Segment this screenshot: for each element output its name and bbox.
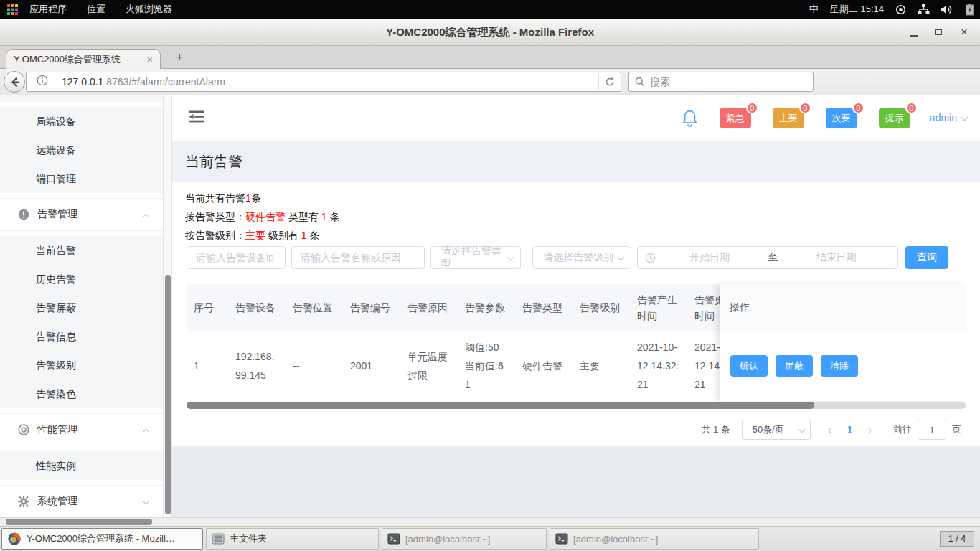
volume-icon[interactable] — [941, 4, 953, 15]
minimize-button[interactable] — [904, 19, 924, 45]
query-button[interactable]: 查询 — [905, 246, 948, 269]
chevron-down-icon — [618, 252, 623, 263]
date-separator: 至 — [764, 251, 783, 264]
window-titlebar[interactable]: Y-OMC2000综合管理系统 - Mozilla Firefox × — [0, 19, 980, 46]
chevron-down-icon — [799, 425, 804, 435]
taskbar-window-firefox[interactable]: Y-OMC2000综合管理系统 - Mozill… — [1, 528, 203, 550]
battery-icon[interactable] — [965, 4, 974, 16]
applications-grid-icon[interactable] — [7, 4, 18, 15]
app-sidebar: 网元管理 局端设备 远端设备 端口管理 告警管理 当前告警 历史告警 告警屏蔽 … — [0, 95, 163, 526]
summary-line-total: 当前共有告警1条 — [185, 189, 339, 207]
close-button[interactable]: × — [954, 19, 974, 45]
date-start-input[interactable]: 开始日期 — [656, 251, 764, 264]
sidebar-item-history-alarms[interactable]: 历史告警 — [0, 265, 163, 293]
maximize-button[interactable] — [928, 19, 948, 45]
pagination: 共 1 条 50条/页 ‹ 1 › 前往 页 — [701, 418, 961, 441]
next-page-button[interactable]: › — [868, 424, 872, 435]
menu-places[interactable]: 位置 — [77, 0, 116, 19]
confirm-button[interactable]: 确认 — [730, 355, 768, 377]
reload-icon[interactable] — [598, 73, 620, 90]
sidebar-group-system-management[interactable]: 系统管理 — [0, 485, 163, 518]
taskbar-window-files[interactable]: 主文件夹 — [206, 528, 379, 550]
browser-search-bar[interactable] — [628, 72, 814, 92]
notification-bell-icon[interactable] — [682, 108, 698, 128]
page-size-select[interactable]: 50条/页 — [742, 420, 811, 440]
clear-button[interactable]: 清除 — [821, 355, 858, 377]
sidebar-scrollbar-thumb[interactable] — [165, 275, 171, 514]
browser-search-input[interactable] — [650, 76, 807, 88]
filter-date-range[interactable]: 开始日期 至 结束日期 — [637, 246, 898, 269]
sidebar-scrollbar[interactable] — [163, 95, 172, 526]
badge-info-count: 0 — [905, 102, 918, 114]
page-content: 当前共有告警1条 按告警类型：硬件告警 类型有 1 条 按告警级别：主要 级别有… — [172, 182, 980, 526]
input-method-indicator[interactable]: 中 — [809, 3, 819, 16]
clock[interactable]: 星期二 15:14 — [830, 3, 884, 16]
goto-page-input[interactable] — [918, 420, 946, 440]
filter-alarm-level-select[interactable]: 请选择告警级别 — [532, 246, 631, 269]
badge-minor[interactable]: 次要0 — [826, 108, 857, 128]
table-fixed-actions-column: 操作 确认 屏蔽 清除 — [720, 284, 966, 401]
filter-name-input[interactable] — [291, 246, 425, 269]
current-page[interactable]: 1 — [847, 424, 853, 435]
filter-device-ip-input[interactable] — [187, 246, 286, 269]
filter-alarm-type-select[interactable]: 请选择告警类型 — [430, 246, 521, 269]
shield-button[interactable]: 屏蔽 — [776, 355, 813, 377]
sidebar-group-alarm-management[interactable]: 告警管理 — [0, 198, 163, 231]
sidebar-group-performance-management[interactable]: 性能管理 — [0, 413, 163, 446]
gear-icon — [18, 496, 29, 507]
cell-type: 硬件告警 — [515, 331, 573, 400]
performance-circle-icon — [18, 424, 29, 435]
terminal-icon — [387, 533, 400, 545]
menu-applications[interactable]: 应用程序 — [19, 0, 77, 19]
new-tab-button[interactable]: + — [169, 47, 189, 67]
badge-major[interactable]: 主要0 — [773, 108, 804, 128]
prev-page-button[interactable]: ‹ — [828, 424, 831, 435]
sidebar-item-alarm-level[interactable]: 告警级别 — [0, 351, 163, 380]
badge-minor-count: 0 — [852, 102, 864, 114]
sidebar-item-current-alarms[interactable]: 当前告警 — [0, 236, 163, 265]
chevron-down-icon[interactable] — [962, 111, 967, 124]
table-scrollbar-thumb[interactable] — [187, 402, 814, 409]
date-end-input[interactable]: 结束日期 — [783, 251, 891, 264]
sidebar-item-alarm-coloring[interactable]: 告警染色 — [0, 380, 163, 408]
site-info-icon[interactable] — [37, 75, 48, 89]
badge-urgent[interactable]: 紧急0 — [720, 108, 751, 128]
page-horizontal-scrollbar[interactable] — [0, 517, 980, 526]
taskbar-window-terminal-1[interactable]: [admin@localhost:~] — [382, 528, 547, 550]
chevron-down-icon — [508, 252, 513, 263]
os-top-bar: 应用程序 位置 火狐浏览器 中 星期二 15:14 — [0, 0, 980, 19]
alarm-circle-icon — [18, 209, 29, 220]
page-scrollbar-thumb[interactable] — [6, 519, 152, 525]
badge-major-count: 0 — [799, 102, 811, 114]
sidebar-item-port-management[interactable]: 端口管理 — [0, 164, 163, 193]
table-horizontal-scrollbar[interactable] — [187, 402, 966, 409]
folder-icon — [212, 533, 225, 545]
window-title: Y-OMC2000综合管理系统 - Mozilla Firefox — [0, 19, 980, 45]
url-bar[interactable]: 127.0.0.1:8763/#/alarm/currentAlarm — [26, 72, 621, 92]
sidebar-item-performance-instance[interactable]: 性能实例 — [0, 451, 163, 480]
badge-urgent-count: 0 — [746, 102, 758, 114]
tab-close-icon[interactable]: × — [147, 54, 153, 65]
user-menu[interactable]: admin — [930, 112, 957, 123]
sidebar-item-office-devices[interactable]: 局端设备 — [0, 107, 163, 136]
sidebar-item-remote-devices[interactable]: 远端设备 — [0, 136, 163, 164]
cell-code: 2001 — [343, 331, 400, 400]
pagination-total: 共 1 条 — [701, 423, 730, 436]
network-icon[interactable] — [918, 4, 930, 15]
alarm-summary: 当前共有告警1条 按告警类型：硬件告警 类型有 1 条 按告警级别：主要 级别有… — [185, 189, 339, 245]
sidebar-item-clipped[interactable]: 网元管理 — [0, 95, 163, 102]
tab-active[interactable]: Y-OMC2000综合管理系统 × — [6, 49, 161, 69]
badge-info[interactable]: 提示0 — [879, 108, 910, 128]
actions-header: 操作 — [720, 284, 966, 331]
back-button[interactable] — [4, 71, 25, 93]
sidebar-fold-icon[interactable] — [189, 110, 204, 126]
os-taskbar: Y-OMC2000综合管理系统 - Mozill… 主文件夹 [admin@lo… — [0, 526, 980, 551]
main-content: 紧急0 主要0 次要0 提示0 admin 当前告警 当前共有告警1条 按告警类… — [172, 95, 980, 526]
taskbar-window-terminal-2[interactable]: [admin@localhost:~] — [550, 528, 759, 550]
sidebar-item-alarm-info[interactable]: 告警信息 — [0, 322, 163, 351]
url-host: 127.0.0.1 — [62, 76, 103, 88]
menu-firefox[interactable]: 火狐浏览器 — [116, 0, 182, 19]
record-indicator-icon[interactable] — [895, 4, 906, 15]
workspace-pager[interactable]: 1 / 4 — [940, 531, 974, 547]
sidebar-item-alarm-shield[interactable]: 告警屏蔽 — [0, 293, 163, 322]
